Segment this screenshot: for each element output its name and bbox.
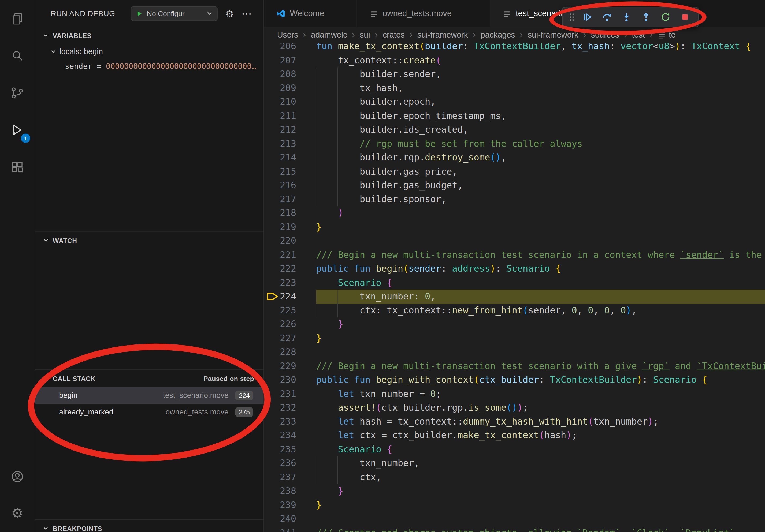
step-out-button[interactable] (637, 9, 655, 25)
code-line[interactable]: 211builder.epoch_timestamp_ms, (264, 109, 765, 123)
code-line[interactable]: 216builder.gas_budget, (264, 178, 765, 192)
editor-gutter[interactable]: 216 (264, 178, 316, 192)
code-line[interactable]: 212builder.ids_created, (264, 123, 765, 137)
code-line[interactable]: 226} (264, 317, 765, 331)
breadcrumb-item[interactable]: sui (360, 30, 370, 40)
search-icon[interactable] (0, 37, 35, 74)
code-line[interactable]: 227} (264, 331, 765, 345)
watch-header[interactable]: WATCH (35, 232, 264, 249)
source-control-icon[interactable] (0, 74, 35, 111)
tab-owned_tests.move[interactable]: owned_tests.move (357, 0, 490, 27)
code-line[interactable]: 223Scenario { (264, 276, 765, 290)
restart-button[interactable] (656, 9, 674, 25)
settings-gear-icon[interactable]: ⚙ (0, 495, 35, 532)
code-line[interactable]: 234let ctx = ctx_builder.make_tx_context… (264, 428, 765, 442)
editor-gutter[interactable]: 220 (264, 234, 316, 248)
code-line[interactable]: 236txn_number, (264, 456, 765, 470)
code-line[interactable]: 230public fun begin_with_context(ctx_bui… (264, 373, 765, 387)
editor-gutter[interactable]: 235 (264, 442, 316, 456)
editor-gutter[interactable]: 241 (264, 526, 316, 532)
editor-gutter[interactable]: 210 (264, 95, 316, 109)
continue-button[interactable] (578, 9, 596, 25)
editor-gutter[interactable]: 207 (264, 53, 316, 67)
code-line[interactable]: 215builder.gas_price, (264, 164, 765, 178)
editor-gutter[interactable]: 219 (264, 220, 316, 234)
editor-gutter[interactable]: 228 (264, 345, 316, 359)
extensions-icon[interactable] (0, 148, 35, 185)
editor-gutter[interactable]: 218 (264, 206, 316, 220)
code-line[interactable]: 240 (264, 512, 765, 526)
editor-gutter[interactable]: 230 (264, 373, 316, 387)
editor-gutter[interactable]: 223 (264, 276, 316, 290)
editor-gutter[interactable]: 213 (264, 137, 316, 151)
code-line[interactable]: 233let hash = tx_context::dummy_tx_hash_… (264, 415, 765, 428)
run-and-debug-icon[interactable]: 1 (0, 111, 35, 148)
editor-gutter[interactable]: 224 (264, 290, 316, 304)
code-line[interactable]: 241/// Creates and shares system objects… (264, 526, 765, 532)
code-line[interactable]: 213// rgp must be set from the caller al… (264, 137, 765, 151)
editor-gutter[interactable]: 225 (264, 304, 316, 317)
editor-gutter[interactable]: 214 (264, 150, 316, 164)
code-line[interactable]: 210builder.epoch, (264, 95, 765, 109)
editor-gutter[interactable]: 215 (264, 164, 316, 178)
code-line[interactable]: 222public fun begin(sender: address): Sc… (264, 262, 765, 276)
step-over-button[interactable] (598, 9, 616, 25)
editor-gutter[interactable]: 237 (264, 470, 316, 484)
code-line[interactable]: 235Scenario { (264, 442, 765, 456)
more-actions-icon[interactable]: ⋯ (242, 8, 252, 19)
explorer-icon[interactable] (0, 0, 35, 37)
code-line[interactable]: 219} (264, 220, 765, 234)
editor-gutter[interactable]: 217 (264, 192, 316, 206)
code-line[interactable]: 237ctx, (264, 470, 765, 484)
editor-gutter[interactable]: 240 (264, 512, 316, 526)
stop-button[interactable] (676, 9, 694, 25)
code-line[interactable]: 229/// Begin a new multi-transaction tes… (264, 359, 765, 373)
code-line[interactable]: 206fun make_tx_context(builder: TxContex… (264, 43, 765, 53)
variable-row[interactable]: sender = 0000000000000000000000000000000… (35, 59, 264, 74)
editor-gutter[interactable]: 209 (264, 81, 316, 95)
code-line[interactable]: 239} (264, 498, 765, 512)
breadcrumb-file[interactable]: te (657, 30, 675, 40)
editor-gutter[interactable]: 206 (264, 43, 316, 53)
debug-settings-gear-icon[interactable]: ⚙ (226, 8, 234, 19)
step-into-button[interactable] (617, 9, 635, 25)
breadcrumb-item[interactable]: Users (277, 30, 298, 40)
breadcrumb-item[interactable]: sui-framework (528, 30, 578, 40)
editor-gutter[interactable]: 234 (264, 428, 316, 442)
editor-gutter[interactable]: 208 (264, 67, 316, 81)
editor-gutter[interactable]: 211 (264, 109, 316, 123)
code-line[interactable]: 228 (264, 345, 765, 359)
code-line[interactable]: 217builder.sponsor, (264, 192, 765, 206)
editor-gutter[interactable]: 238 (264, 484, 316, 498)
breadcrumb-item[interactable]: sui-framework (417, 30, 468, 40)
code-line[interactable]: 214builder.rgp.destroy_some(), (264, 150, 765, 164)
breadcrumb-item[interactable]: sources (591, 30, 619, 40)
editor-gutter[interactable]: 236 (264, 456, 316, 470)
account-icon[interactable] (0, 458, 35, 495)
call-stack-header[interactable]: CALL STACK Paused on step (35, 370, 264, 387)
breadcrumb-item[interactable]: test (632, 30, 645, 40)
code-line[interactable]: 221/// Begin a new multi-transaction tes… (264, 248, 765, 262)
editor-gutter[interactable]: 231 (264, 387, 316, 401)
editor-gutter[interactable]: 221 (264, 248, 316, 262)
call-stack-frame[interactable]: begintest_scenario.move224 (35, 387, 264, 404)
editor-gutter[interactable]: 233 (264, 415, 316, 428)
code-line[interactable]: 208builder.sender, (264, 67, 765, 81)
code-editor[interactable]: 206fun make_tx_context(builder: TxContex… (264, 43, 765, 532)
editor-gutter[interactable]: 239 (264, 498, 316, 512)
code-line[interactable]: 225ctx: tx_context::new_from_hint(sender… (264, 304, 765, 317)
variables-scope[interactable]: locals: begin (35, 45, 264, 59)
debug-config-dropdown[interactable]: No Configur (131, 6, 218, 21)
editor-gutter[interactable]: 232 (264, 401, 316, 415)
editor-gutter[interactable]: 222 (264, 262, 316, 276)
breakpoints-header[interactable]: BREAKPOINTS (35, 520, 264, 532)
code-line[interactable]: 232assert!(ctx_builder.rgp.is_some()); (264, 401, 765, 415)
code-line[interactable]: 238} (264, 484, 765, 498)
editor-gutter[interactable]: 226 (264, 317, 316, 331)
variables-header[interactable]: VARIABLES (35, 27, 264, 45)
code-line[interactable]: 224txn_number: 0, (264, 290, 765, 304)
breadcrumb-item[interactable]: packages (480, 30, 515, 40)
editor-gutter[interactable]: 227 (264, 331, 316, 345)
code-line[interactable]: 218) (264, 206, 765, 220)
drag-handle[interactable] (567, 13, 576, 21)
